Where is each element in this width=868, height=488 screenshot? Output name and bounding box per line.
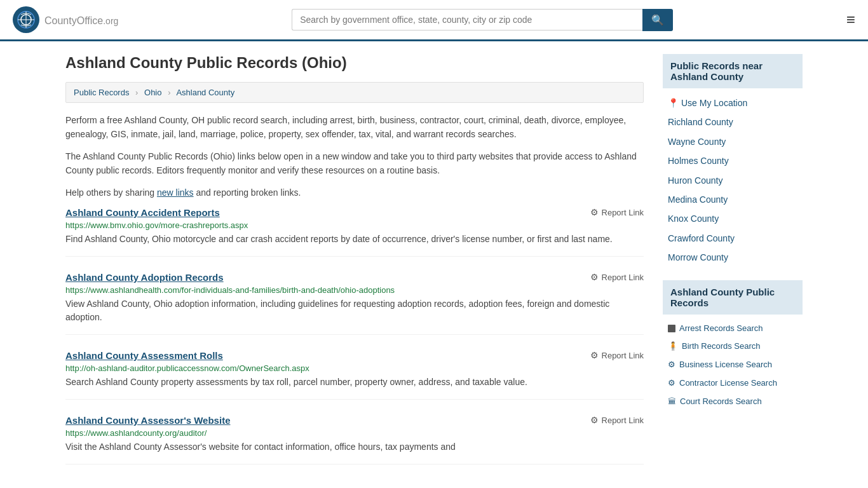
record-item-assessor: Ashland County Assessor's Website ⚙ Repo…: [65, 415, 644, 464]
record-header: Ashland County Accident Reports ⚙ Report…: [65, 207, 644, 218]
breadcrumb-ashland-county[interactable]: Ashland County: [176, 88, 234, 97]
sidebar-item-morrow-county[interactable]: Morrow County: [663, 248, 803, 267]
birth-records-icon: 🧍: [668, 340, 678, 353]
record-url-accident[interactable]: https://www.bmv.ohio.gov/more-crashrepor…: [65, 220, 644, 230]
main-container: Ashland County Public Records (Ohio) Pub…: [53, 41, 815, 488]
report-icon: ⚙: [590, 207, 599, 217]
sidebar-record-arrest[interactable]: Arrest Records Search: [663, 320, 803, 338]
sidebar: Public Records near Ashland County 📍Use …: [663, 54, 803, 480]
record-desc-assessment: Search Ashland County property assessmen…: [65, 376, 644, 389]
sidebar-nearby-section: Public Records near Ashland County 📍Use …: [663, 54, 803, 268]
sidebar-record-contractor[interactable]: ⚙ Contractor License Search: [663, 374, 803, 393]
sidebar-item-knox-county[interactable]: Knox County: [663, 209, 803, 228]
sidebar-record-court[interactable]: 🏛 Court Records Search: [663, 393, 803, 411]
contractor-license-icon: ⚙: [668, 377, 675, 390]
report-link-assessor[interactable]: ⚙ Report Link: [590, 415, 644, 425]
sidebar-use-my-location[interactable]: 📍Use My Location: [663, 93, 803, 112]
logo-text: CountyOffice.org: [44, 13, 118, 27]
sidebar-record-birth[interactable]: 🧍 Birth Records Search: [663, 337, 803, 356]
sidebar-item-holmes-county[interactable]: Holmes County: [663, 151, 803, 170]
description-2: The Ashland County Public Records (Ohio)…: [65, 149, 644, 178]
breadcrumb-public-records[interactable]: Public Records: [74, 88, 129, 97]
logo-icon: [13, 6, 39, 33]
record-title-assessment[interactable]: Ashland County Assessment Rolls: [65, 350, 223, 361]
record-url-assessor[interactable]: https://www.ashlandcounty.org/auditor/: [65, 428, 644, 438]
breadcrumb: Public Records › Ohio › Ashland County: [65, 82, 644, 103]
report-icon-adoption: ⚙: [590, 272, 599, 282]
search-input[interactable]: [292, 9, 642, 30]
record-title-assessor[interactable]: Ashland County Assessor's Website: [65, 415, 230, 426]
sidebar-record-business[interactable]: ⚙ Business License Search: [663, 356, 803, 374]
search-form: 🔍: [292, 9, 673, 31]
sidebar-item-crawford-county[interactable]: Crawford County: [663, 229, 803, 248]
record-header-assessment: Ashland County Assessment Rolls ⚙ Report…: [65, 350, 644, 361]
description-3: Help others by sharing new links and rep…: [65, 186, 644, 200]
record-url-assessment[interactable]: http://oh-ashland-auditor.publicaccessno…: [65, 363, 644, 373]
report-icon-assessor: ⚙: [590, 415, 599, 425]
sidebar-item-huron-county[interactable]: Huron County: [663, 171, 803, 190]
report-link-adoption[interactable]: ⚙ Report Link: [590, 272, 644, 282]
sidebar-item-medina-county[interactable]: Medina County: [663, 190, 803, 209]
sidebar-records-section: Ashland County Public Records Arrest Rec…: [663, 280, 803, 411]
record-title-accident[interactable]: Ashland County Accident Reports: [65, 207, 220, 218]
report-link-accident[interactable]: ⚙ Report Link: [590, 207, 644, 217]
logo-area: CountyOffice.org: [13, 6, 118, 33]
sidebar-nearby-heading: Public Records near Ashland County: [663, 54, 803, 88]
breadcrumb-ohio[interactable]: Ohio: [144, 88, 161, 97]
sidebar-records-heading: Ashland County Public Records: [663, 280, 803, 315]
record-item-assessment: Ashland County Assessment Rolls ⚙ Report…: [65, 350, 644, 400]
description-1: Perform a free Ashland County, OH public…: [65, 113, 644, 142]
record-desc-accident: Find Ashland County, Ohio motorcycle and…: [65, 233, 644, 246]
business-license-icon: ⚙: [668, 358, 675, 372]
site-header: CountyOffice.org 🔍 ≡: [0, 0, 868, 41]
record-title-adoption[interactable]: Ashland County Adoption Records: [65, 272, 224, 283]
report-icon-assessment: ⚙: [590, 350, 599, 360]
hamburger-menu-icon[interactable]: ≡: [846, 11, 855, 29]
record-desc-assessor: Visit the Ashland County Assessor's webs…: [65, 440, 644, 454]
sidebar-item-wayne-county[interactable]: Wayne County: [663, 132, 803, 151]
sidebar-item-richland-county[interactable]: Richland County: [663, 112, 803, 132]
location-pin-icon: 📍: [668, 98, 679, 108]
search-button[interactable]: 🔍: [642, 9, 673, 31]
court-records-icon: 🏛: [668, 395, 676, 409]
record-url-adoption[interactable]: https://www.ashlandhealth.com/for-indivi…: [65, 285, 644, 295]
report-link-assessment[interactable]: ⚙ Report Link: [590, 350, 644, 360]
record-item-adoption: Ashland County Adoption Records ⚙ Report…: [65, 272, 644, 335]
page-title: Ashland County Public Records (Ohio): [65, 54, 644, 72]
new-links-link[interactable]: new links: [157, 187, 194, 198]
content-area: Ashland County Public Records (Ohio) Pub…: [65, 54, 644, 480]
record-desc-adoption: View Ashland County, Ohio adoption infor…: [65, 297, 644, 324]
record-header-assessor: Ashland County Assessor's Website ⚙ Repo…: [65, 415, 644, 426]
arrest-records-icon: [668, 325, 675, 332]
record-item-accident: Ashland County Accident Reports ⚙ Report…: [65, 207, 644, 257]
record-header-adoption: Ashland County Adoption Records ⚙ Report…: [65, 272, 644, 283]
